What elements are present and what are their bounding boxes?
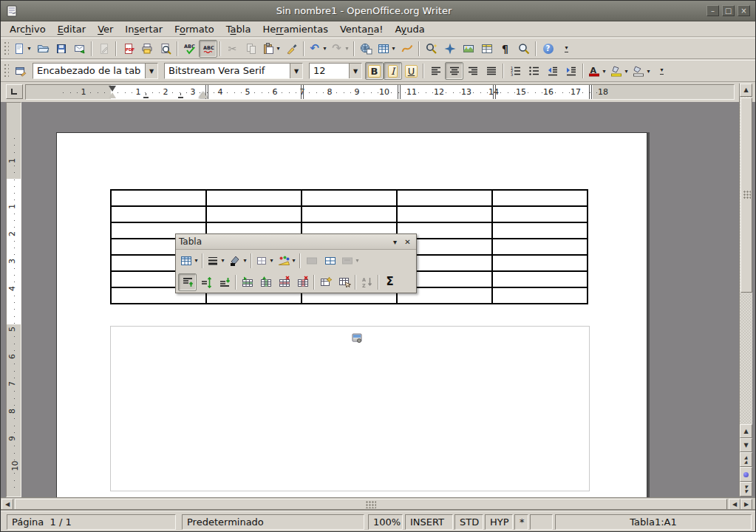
tab-stop-selector[interactable] [6, 84, 23, 99]
gallery-button[interactable] [459, 40, 477, 58]
help-button[interactable]: ? [539, 40, 557, 58]
table-cell[interactable] [492, 255, 588, 271]
menu-ventana[interactable]: Ventana! [334, 23, 389, 35]
menu-ayuda[interactable]: Ayuda [389, 23, 431, 35]
table-toolbar-titlebar[interactable]: Tabla ▾ ✕ [176, 234, 416, 250]
export-pdf-button[interactable]: PDF [119, 40, 137, 58]
increase-indent-button[interactable] [562, 62, 580, 80]
maximize-button[interactable]: □ [722, 5, 735, 16]
previous-page-icon[interactable]: ▲▲ [740, 452, 752, 467]
justify-button[interactable] [482, 62, 500, 80]
save-button[interactable] [52, 40, 70, 58]
next-page-icon[interactable]: ▼▼ [740, 482, 752, 497]
scroll-up-icon[interactable]: ▲ [740, 83, 752, 97]
formatting-marks-button[interactable]: ¶ [496, 40, 514, 58]
align-bottom-button[interactable] [215, 273, 234, 291]
table-column-border-marker[interactable] [301, 85, 304, 99]
navigator-button[interactable] [440, 40, 459, 58]
delete-column-button[interactable] [293, 273, 312, 291]
menu-editar[interactable]: Editar [52, 23, 92, 35]
dropdown-arrow-icon[interactable]: ▾ [344, 45, 350, 52]
table-cell[interactable] [492, 239, 588, 255]
table-cell[interactable] [492, 287, 588, 304]
delete-row-button[interactable] [275, 273, 293, 291]
dropdown-arrow-icon[interactable]: ▾ [390, 45, 397, 52]
borders-button[interactable]: ▾ [253, 252, 276, 270]
font-color-button[interactable]: A▾ [586, 62, 608, 80]
table-cell[interactable] [397, 206, 492, 222]
format-paintbrush-button[interactable] [282, 40, 301, 58]
minimize-button[interactable]: – [706, 5, 719, 16]
scroll-right-icon[interactable]: ▶ [740, 499, 752, 510]
numbered-list-button[interactable]: 123 [506, 62, 525, 80]
table-cell[interactable] [111, 190, 206, 206]
find-replace-button[interactable] [422, 40, 440, 58]
dropdown-arrow-icon[interactable]: ▾ [354, 257, 361, 264]
undo-button[interactable]: ↶▾ [307, 40, 329, 58]
dropdown-arrow-icon[interactable]: ▾ [601, 68, 607, 75]
title-bar[interactable]: Sin nombre1 - OpenOffice.org Writer –□× [1, 1, 755, 21]
dropdown-arrow-icon[interactable]: ▾ [268, 257, 275, 264]
hyperlink-button[interactable] [357, 40, 375, 58]
dropdown-arrow-icon[interactable]: ▾ [26, 45, 33, 52]
bullet-list-button[interactable] [525, 62, 543, 80]
font-name-value[interactable]: Bitstream Vera Serif [165, 64, 290, 78]
italic-button[interactable]: I [384, 62, 402, 80]
scroll-down-icon[interactable]: ▼ [740, 438, 752, 452]
table-cell[interactable] [206, 206, 302, 222]
menu-tabla[interactable]: Tabla [220, 23, 257, 35]
insert-table-button[interactable]: ▾ [178, 252, 200, 270]
paragraph-style-combo[interactable]: Encabezado de la tab ▼ [33, 63, 158, 79]
document-as-email-button[interactable] [70, 40, 89, 58]
toolbar-menu-arrow-icon[interactable]: ▾ [389, 236, 401, 248]
align-top-button[interactable] [178, 273, 197, 291]
status-page[interactable]: Página 1 / 1 [7, 514, 176, 530]
chevron-down-icon[interactable]: ▼ [349, 64, 361, 78]
border-color-button[interactable]: ▾ [227, 252, 249, 270]
table-column-border-marker[interactable] [493, 85, 496, 99]
data-sources-button[interactable] [477, 40, 496, 58]
table-cell[interactable] [397, 190, 492, 206]
table-cell[interactable] [111, 206, 206, 222]
table-background-button[interactable]: ▾ [276, 252, 298, 270]
align-center-button[interactable] [445, 62, 463, 80]
open-button[interactable] [33, 40, 52, 58]
center-vertical-button[interactable] [197, 273, 215, 291]
new-document-button[interactable]: ▾ [11, 40, 33, 58]
background-color-button[interactable]: ▾ [630, 62, 653, 80]
vertical-ruler[interactable]: 112345678910 [6, 102, 21, 497]
font-name-combo[interactable]: Bitstream Vera Serif ▼ [164, 63, 303, 79]
table-column-border-marker[interactable] [589, 85, 592, 99]
chevron-down-icon[interactable]: ▼ [145, 64, 157, 78]
scroll-left-icon[interactable]: ◀ [729, 499, 740, 510]
decrease-indent-button[interactable] [543, 62, 562, 80]
page-preview-button[interactable] [156, 40, 174, 58]
align-left-button[interactable] [426, 62, 445, 80]
dropdown-arrow-icon[interactable]: ▾ [193, 257, 200, 264]
close-icon[interactable]: ✕ [402, 236, 413, 248]
dropdown-arrow-icon[interactable]: ▾ [290, 257, 297, 264]
chevron-down-icon[interactable]: ▼ [290, 64, 302, 78]
toolbar-overflow-button[interactable]: ▾ [557, 40, 576, 58]
table-column-border-marker[interactable] [398, 85, 401, 99]
spellcheck-button[interactable]: ABC [180, 40, 199, 58]
zoom-button[interactable] [514, 40, 533, 58]
sum-button[interactable]: Σ [381, 273, 399, 291]
font-size-value[interactable]: 12 [310, 64, 349, 78]
align-right-button[interactable] [463, 62, 482, 80]
scroll-up-icon[interactable]: ▲ [740, 424, 752, 438]
toolbar-grip[interactable] [4, 64, 9, 78]
status-selection-mode[interactable]: STD [454, 514, 483, 530]
menu-ver[interactable]: Ver [92, 23, 119, 35]
table-cell[interactable] [492, 222, 588, 239]
draw-functions-button[interactable] [398, 40, 416, 58]
auto-spellcheck-button[interactable]: ABC [199, 40, 217, 58]
dropdown-arrow-icon[interactable]: ▾ [623, 68, 630, 75]
status-hyperlink-mode[interactable]: HYP [485, 514, 513, 530]
table-properties-button[interactable] [335, 273, 353, 291]
vertical-scrollbar[interactable]: ▲ ▲ ▼ ▲▲ ▼▼ [739, 83, 752, 497]
vertical-scrollbar-thumb[interactable] [740, 98, 752, 293]
dropdown-arrow-icon[interactable]: ▾ [242, 257, 248, 264]
document-page[interactable] [56, 132, 647, 497]
menu-insertar[interactable]: Insertar [119, 23, 168, 35]
